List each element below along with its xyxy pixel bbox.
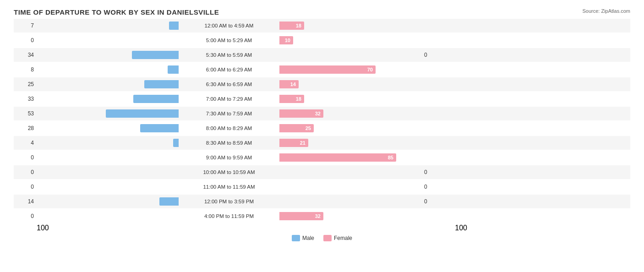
female-bar: 21 — [279, 139, 308, 147]
time-label: 6:30 AM to 6:59 AM — [179, 82, 279, 87]
left-bar-area — [37, 80, 179, 88]
left-bar-area — [37, 51, 179, 59]
left-bar-area — [37, 109, 179, 118]
female-bar: 70 — [279, 65, 376, 74]
right-value: 0 — [421, 184, 444, 190]
legend-male-box — [292, 235, 300, 241]
right-bar-area: 25 — [279, 124, 421, 132]
axis-right-label: 100 — [302, 224, 467, 232]
left-value: 0 — [14, 154, 37, 161]
time-label: 5:00 AM to 5:29 AM — [179, 38, 279, 43]
legend-male-label: Male — [302, 235, 314, 241]
female-val-inside: 10 — [285, 38, 290, 43]
time-label: 7:00 AM to 7:29 AM — [179, 96, 279, 102]
bar-row: 0 10:00 AM to 10:59 AM 0 — [14, 165, 630, 179]
female-val-inside: 21 — [300, 140, 306, 146]
female-val-inside: 32 — [315, 213, 321, 219]
bar-row: 53 7:30 AM to 7:59 AM 32 — [14, 107, 630, 120]
left-value: 7 — [14, 22, 37, 29]
female-bar: 18 — [279, 22, 304, 30]
left-value: 0 — [14, 169, 37, 175]
legend-female-box — [323, 235, 332, 241]
bar-row: 25 6:30 AM to 6:59 AM 14 — [14, 77, 630, 91]
bar-row: 4 8:30 AM to 8:59 AM 21 — [14, 136, 630, 150]
female-bar: 85 — [279, 153, 396, 162]
female-val-inside: 18 — [296, 23, 301, 28]
left-value: 0 — [14, 213, 37, 219]
source-text: Source: ZipAtlas.com — [582, 8, 630, 14]
left-bar-area — [37, 139, 179, 147]
left-value: 4 — [14, 140, 37, 146]
right-bar-area: 10 — [279, 36, 421, 44]
left-value: 28 — [14, 125, 37, 131]
time-label: 4:00 PM to 11:59 PM — [179, 213, 279, 219]
legend: Male Female — [14, 235, 630, 241]
male-bar — [132, 51, 179, 59]
right-bar-area: 14 — [279, 80, 421, 88]
time-label: 8:00 AM to 8:29 AM — [179, 125, 279, 131]
left-bar-area — [37, 22, 179, 30]
time-label: 11:00 AM to 11:59 AM — [179, 184, 279, 190]
right-bar-area: 32 — [279, 109, 421, 118]
bar-row: 0 9:00 AM to 9:59 AM 85 — [14, 151, 630, 164]
time-label: 10:00 AM to 10:59 AM — [179, 169, 279, 175]
bar-row: 0 11:00 AM to 11:59 AM 0 — [14, 180, 630, 194]
female-bar: 14 — [279, 80, 299, 88]
chart-container: TIME OF DEPARTURE TO WORK BY SEX IN DANI… — [0, 0, 644, 272]
female-val-inside: 18 — [296, 96, 301, 102]
female-bar: 18 — [279, 95, 304, 103]
left-value: 14 — [14, 198, 37, 205]
female-val-inside: 85 — [388, 155, 393, 160]
left-value: 0 — [14, 37, 37, 44]
left-bar-area — [37, 197, 179, 206]
male-bar — [140, 124, 179, 132]
chart-title: TIME OF DEPARTURE TO WORK BY SEX IN DANI… — [14, 8, 630, 16]
right-bar-area — [279, 197, 421, 206]
female-bar: 10 — [279, 36, 293, 44]
time-label: 8:30 AM to 8:59 AM — [179, 140, 279, 146]
male-bar — [168, 65, 179, 74]
right-value: 0 — [421, 169, 444, 175]
left-bar-area — [37, 36, 179, 44]
left-bar-area — [37, 168, 179, 176]
male-bar — [169, 22, 179, 30]
bar-row: 33 7:00 AM to 7:29 AM 18 — [14, 92, 630, 106]
axis-labels-row: 100 100 — [14, 224, 630, 232]
female-bar: 25 — [279, 124, 314, 132]
left-value: 0 — [14, 184, 37, 190]
bar-row: 7 12:00 AM to 4:59 AM 18 — [14, 19, 630, 33]
time-label: 12:00 PM to 3:59 PM — [179, 199, 279, 204]
left-bar-area — [37, 183, 179, 191]
male-bar — [173, 139, 179, 147]
right-bar-area: 85 — [279, 153, 421, 162]
right-bar-area — [279, 168, 421, 176]
male-bar — [133, 95, 179, 103]
right-bar-area — [279, 183, 421, 191]
legend-female: Female — [323, 235, 352, 241]
female-val-inside: 70 — [367, 67, 373, 72]
left-value: 53 — [14, 110, 37, 117]
left-bar-area — [37, 65, 179, 74]
axis-right-100: 100 — [455, 224, 467, 232]
bar-row: 14 12:00 PM to 3:59 PM 0 — [14, 195, 630, 208]
male-bar — [106, 109, 179, 118]
legend-male: Male — [292, 235, 314, 241]
right-value: 0 — [421, 52, 444, 58]
left-bar-area — [37, 95, 179, 103]
axis-left-100: 100 — [37, 224, 49, 232]
male-bar — [159, 197, 179, 206]
right-bar-area: 32 — [279, 212, 421, 220]
left-bar-area — [37, 153, 179, 162]
left-value: 8 — [14, 66, 37, 73]
right-bar-area: 18 — [279, 22, 421, 30]
left-value: 25 — [14, 81, 37, 87]
time-label: 6:00 AM to 6:29 AM — [179, 67, 279, 72]
female-val-inside: 14 — [290, 82, 296, 87]
rows-container: 7 12:00 AM to 4:59 AM 18 0 5:00 AM to 5:… — [14, 19, 630, 223]
right-bar-area: 21 — [279, 139, 421, 147]
female-bar: 32 — [279, 109, 323, 118]
bar-row: 28 8:00 AM to 8:29 AM 25 — [14, 121, 630, 135]
bar-row: 34 5:30 AM to 5:59 AM 0 — [14, 48, 630, 62]
time-label: 12:00 AM to 4:59 AM — [179, 23, 279, 28]
female-val-inside: 25 — [306, 125, 311, 131]
